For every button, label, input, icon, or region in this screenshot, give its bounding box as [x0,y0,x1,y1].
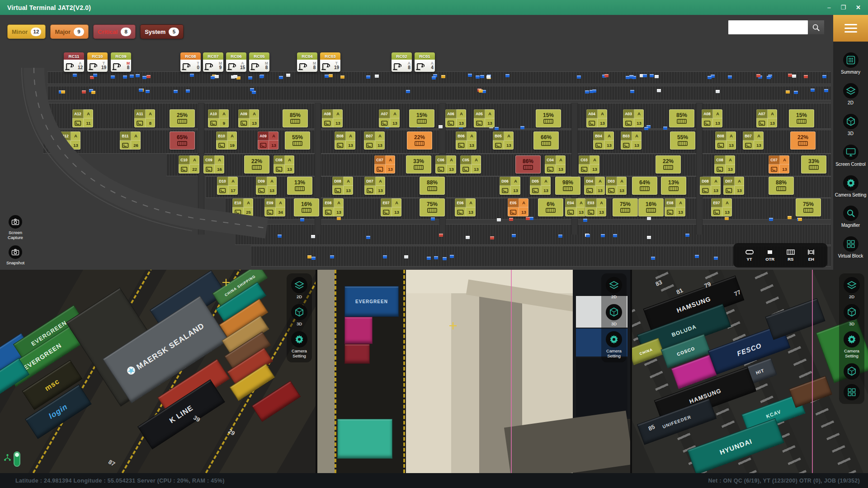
vehicle-filter-otr[interactable]: OTR [765,249,774,262]
viewport-2d-button[interactable]: 2D [291,277,307,300]
screen-capture-button[interactable]: Screen Capture [3,215,28,240]
viewport-gate-3d[interactable]: HAMSUNG BOLUDA CHINA COSCO FESCO HIT HAM… [632,270,868,473]
snapshot-button[interactable]: Snapshot [3,245,28,266]
viewport-crane-3d[interactable]: EVERGREEN 2D 3D Camera Setting [317,270,630,473]
yard-block-tile-e08[interactable]: E08 A 13 [323,198,344,216]
yard-block-tile-c04[interactable]: C04 A 13 [545,155,566,174]
yard-block-tile-b04[interactable]: B04 A 13 [593,131,614,150]
yard-block-tile-d07[interactable]: D07 A 13 [364,177,385,195]
sidebar-item-3d[interactable]: 3D [834,114,868,136]
yard-occupancy-tile[interactable]: 64% [632,177,657,195]
terminal-2d-map[interactable]: RC11 A 12 RC10 T 19 RC09 M 8 RC08 [0,15,833,270]
yard-block-tile-d04[interactable]: D04 A 13 [584,177,605,195]
yard-occupancy-tile[interactable]: 66% [533,131,559,150]
yard-block-tile-d08[interactable]: D08 A 13 [332,177,353,195]
sidebar-item-summary[interactable]: Summary [834,52,868,75]
yard-block-tile-e06[interactable]: E06 A 13 [455,198,476,216]
crane-status-card-rc01[interactable]: RC01 A 4 [415,52,435,72]
yard-occupancy-tile[interactable]: 15% [536,109,561,127]
viewport-3d-button[interactable]: 3D [291,304,307,327]
yard-block-tile-b07[interactable]: B07 A 13 [364,131,385,150]
sidebar-item-virtual-block[interactable]: Virtual Block [834,236,868,259]
yard-block-tile-c03[interactable]: C03 A 13 [579,155,599,174]
yard-occupancy-tile[interactable]: 15% [409,109,434,127]
yard-block-tile-a03[interactable]: A03 A 13 [623,109,644,127]
yard-block-tile-e07[interactable]: E07 A 13 [381,198,401,216]
yard-block-tile-c07[interactable]: C07 A 13 [374,155,395,174]
crane-status-card-rc04[interactable]: RC04 M 8 [297,52,317,72]
yard-block-tile-a07[interactable]: A07 A 13 [756,109,777,127]
yard-occupancy-tile[interactable]: 13% [287,177,312,195]
yard-block-tile-c07[interactable]: C07 A 13 [769,155,789,174]
yard-block-tile-e08[interactable]: E08 A 13 [665,198,685,216]
yard-occupancy-tile[interactable]: 75% [613,198,638,216]
vehicle-filter-eh[interactable]: EH [807,249,816,262]
yard-block-tile-d06[interactable]: D06 A 13 [500,177,520,195]
alert-badge-minor[interactable]: Minor 12 [7,24,46,39]
alert-badge-critical[interactable]: Critical 8 [93,24,136,39]
vehicle-filter-yt[interactable]: YT [745,249,754,262]
yard-block-tile-d03[interactable]: D03 A 13 [606,177,627,195]
view-toggle[interactable] [14,451,20,467]
search-input[interactable] [728,20,808,34]
yard-occupancy-tile[interactable]: 16% [638,198,664,216]
yard-occupancy-tile[interactable]: 13% [661,177,686,195]
yard-occupancy-tile[interactable]: 22% [790,131,816,150]
yard-block-tile-a07[interactable]: A07 A 13 [379,109,400,127]
minimize-button[interactable]: – [827,5,830,10]
yard-occupancy-tile[interactable]: 16% [294,198,319,216]
yard-occupancy-tile[interactable]: 22% [407,131,432,150]
yard-block-tile-b03[interactable]: B03 A 13 [621,131,642,150]
yard-block-tile-a08[interactable]: A08 A 13 [322,109,343,127]
yard-occupancy-tile[interactable]: 15% [789,109,814,127]
yard-occupancy-tile[interactable]: 22% [656,155,681,174]
yard-occupancy-tile[interactable]: 85% [669,109,694,127]
yard-block-tile-a06[interactable]: A06 A 13 [445,109,466,127]
sidebar-item-camera-setting[interactable]: Camera Setting [834,175,868,198]
yard-occupancy-tile[interactable]: 88% [769,177,794,195]
yard-occupancy-tile[interactable]: 33% [406,155,431,174]
yard-occupancy-tile[interactable]: 33% [801,155,826,174]
yard-block-tile-b08[interactable]: B08 A 13 [335,131,355,150]
yard-occupancy-tile[interactable]: 98% [555,177,580,195]
yard-block-tile-a08[interactable]: A08 A 13 [702,109,722,127]
viewport-blocks-button[interactable] [844,384,860,400]
close-button[interactable]: ✕ [856,5,861,10]
yard-block-tile-b08[interactable]: B08 A 13 [715,131,736,150]
viewport-camera-setting-button[interactable]: Camera Setting [601,331,627,359]
yard-occupancy-tile[interactable]: 55% [285,131,310,150]
yard-block-tile-d08[interactable]: D08 A 13 [700,177,721,195]
yard-block-tile-a05[interactable]: A05 A 13 [474,109,495,127]
yard-block-tile-e07[interactable]: E07 A 13 [711,198,732,216]
search-button[interactable] [808,20,824,34]
sidebar-item-screen-control[interactable]: Screen Control [834,145,868,167]
yard-occupancy-tile[interactable]: 88% [420,177,445,195]
yard-block-tile-e04[interactable]: E04 A 13 [565,198,586,216]
viewport-cube-button[interactable] [844,363,860,380]
viewport-3d-button[interactable]: 3D [606,304,622,327]
yard-block-tile-d05[interactable]: D05 A 13 [530,177,551,195]
menu-button[interactable] [833,15,868,42]
yard-block-tile-e05[interactable]: E05 A 13 [508,198,528,216]
yard-block-tile-c05[interactable]: C05 A 13 [460,155,481,174]
yard-occupancy-tile[interactable]: 75% [420,198,445,216]
viewport-camera-setting-button[interactable]: Camera Setting [287,331,312,359]
viewport-yard-3d[interactable]: EVERGREEN EVERGREEN msc login MAERSK SEA… [0,270,316,473]
network-tree-icon[interactable] [4,454,11,463]
yard-block-tile-e03[interactable]: E03 A 13 [585,198,606,216]
alert-badge-system[interactable]: System 5 [140,24,184,39]
sidebar-item-magnifier[interactable]: Magnifier [834,206,868,228]
yard-block-tile-a04[interactable]: A04 A 13 [586,109,607,127]
yard-block-tile-c08[interactable]: C08 A 13 [714,155,735,174]
vehicle-filter-rs[interactable]: RS [786,249,795,262]
maximize-button[interactable]: ❐ [840,5,846,10]
yard-block-tile-c06[interactable]: C06 A 13 [435,155,456,174]
yard-block-tile-b06[interactable]: B06 A 13 [456,131,476,150]
crane-status-card-rc02[interactable]: RC02 A 8 [392,52,412,72]
yard-occupancy-tile[interactable]: 55% [670,131,695,150]
yard-occupancy-tile[interactable]: 85% [283,109,308,127]
yard-block-tile-b07[interactable]: B07 A 13 [743,131,764,150]
alert-badge-major[interactable]: Major 9 [50,24,89,39]
yard-block-tile-d07[interactable]: D07 A 13 [723,177,744,195]
viewport-camera-setting-button[interactable]: Camera Setting [839,331,864,359]
